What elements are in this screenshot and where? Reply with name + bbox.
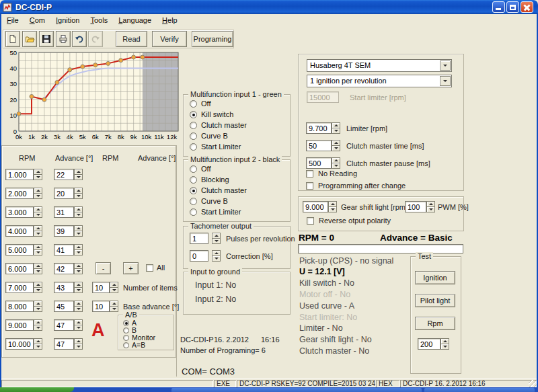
spin-up-button[interactable]: [34, 282, 42, 288]
spin-up-button[interactable]: [110, 301, 118, 307]
spin-down-button[interactable]: [34, 231, 42, 237]
remove-row-button[interactable]: -: [95, 262, 111, 274]
advance-input[interactable]: 43: [54, 282, 74, 293]
spin-down-button[interactable]: [74, 325, 83, 331]
spin-down-button[interactable]: [34, 250, 42, 256]
spin-down-button[interactable]: [34, 194, 42, 199]
mf2-radio-off[interactable]: Off: [190, 165, 210, 173]
rpm-input[interactable]: 5.000: [5, 244, 34, 256]
spin-up-button[interactable]: [34, 206, 42, 212]
spin-down-button[interactable]: [74, 344, 83, 350]
rpm-input[interactable]: 7.000: [5, 282, 34, 293]
correction-input[interactable]: 0: [190, 250, 208, 262]
reverse-polarity-checkbox[interactable]: [307, 217, 314, 225]
spin-up-button[interactable]: [34, 319, 42, 325]
spin-down-button[interactable]: [426, 207, 435, 212]
spin-up-button[interactable]: [34, 244, 42, 250]
new-file-button[interactable]: [5, 31, 20, 47]
advance-input[interactable]: 39: [54, 225, 74, 237]
pwm-input[interactable]: 100: [405, 201, 426, 212]
spin-up-button[interactable]: [110, 282, 118, 288]
advance-input[interactable]: 47: [54, 338, 74, 350]
spin-up-button[interactable]: [426, 201, 435, 207]
radio-a-equals-b[interactable]: A=B: [123, 341, 145, 349]
mf2-radio-start-limiter[interactable]: Start Limiter: [190, 208, 241, 216]
spin-up-button[interactable]: [34, 301, 42, 307]
menu-language[interactable]: Language: [113, 15, 157, 26]
spin-down-button[interactable]: [34, 269, 42, 274]
rpm-input[interactable]: 9.000: [5, 319, 34, 331]
advance-input[interactable]: 31: [54, 206, 74, 218]
spin-down-button[interactable]: [74, 175, 83, 180]
chevron-down-icon[interactable]: [440, 76, 451, 86]
spin-up-button[interactable]: [74, 338, 83, 344]
spin-up-button[interactable]: [74, 169, 83, 175]
no-reading-checkbox[interactable]: [306, 170, 313, 178]
spin-down-button[interactable]: [74, 269, 83, 274]
rpm-input[interactable]: 10.000: [5, 338, 34, 350]
advance-input[interactable]: 45: [54, 301, 74, 312]
menu-tools[interactable]: Tools: [85, 15, 113, 26]
mf1-radio-start-limiter[interactable]: Start Limiter: [190, 143, 241, 151]
spin-up-button[interactable]: [74, 301, 83, 307]
redo-button[interactable]: [88, 31, 103, 47]
spin-down-button[interactable]: [328, 207, 337, 212]
spin-down-button[interactable]: [74, 194, 83, 199]
spin-down-button[interactable]: [34, 325, 42, 331]
mf1-radio-curve-b[interactable]: Curve B: [190, 132, 228, 140]
advance-input[interactable]: 41: [54, 244, 74, 256]
spin-up-button[interactable]: [34, 169, 42, 175]
mf2-radio-clutch-master[interactable]: Clutch master: [190, 186, 247, 194]
spin-up-button[interactable]: [74, 244, 83, 250]
rpm-input[interactable]: 8.000: [5, 301, 34, 312]
clutch-pause-input[interactable]: 500: [306, 157, 332, 169]
gear-shift-input[interactable]: 9.000: [303, 201, 328, 212]
ignition-mode-combobox[interactable]: 1 ignition per revolution: [307, 75, 452, 87]
read-button[interactable]: Read: [116, 31, 147, 47]
spin-up-button[interactable]: [212, 250, 221, 256]
menu-file[interactable]: File: [1, 15, 24, 26]
save-button[interactable]: [39, 31, 54, 47]
spin-down-button[interactable]: [212, 256, 221, 262]
mf1-radio-clutch-master[interactable]: Clutch master: [190, 121, 247, 129]
chevron-down-icon[interactable]: [440, 61, 451, 71]
test-pilot-light-button[interactable]: Pilot light: [415, 294, 455, 307]
print-button[interactable]: [56, 31, 71, 47]
number-of-items-input[interactable]: 10: [92, 282, 110, 293]
limiter-input[interactable]: 9.700: [306, 122, 332, 134]
add-row-button[interactable]: +: [123, 262, 139, 274]
spin-up-button[interactable]: [34, 225, 42, 231]
taskbar-window-button[interactable]: [171, 388, 422, 392]
undo-button[interactable]: [72, 31, 87, 47]
rpm-input[interactable]: 1.000: [5, 169, 34, 180]
close-button[interactable]: [521, 1, 533, 13]
spin-down-button[interactable]: [34, 288, 42, 293]
spin-up-button[interactable]: [332, 122, 340, 128]
clutch-time-input[interactable]: 50: [306, 140, 332, 151]
start-button[interactable]: [0, 387, 74, 392]
spin-down-button[interactable]: [332, 146, 340, 151]
advance-input[interactable]: 47: [54, 319, 74, 331]
spin-down-button[interactable]: [74, 307, 83, 312]
mf2-radio-blocking[interactable]: Blocking: [190, 175, 229, 184]
spin-down-button[interactable]: [110, 307, 118, 312]
spin-down-button[interactable]: [440, 344, 449, 350]
spin-down-button[interactable]: [212, 239, 221, 244]
spin-up-button[interactable]: [34, 338, 42, 344]
spin-up-button[interactable]: [74, 282, 83, 288]
spin-up-button[interactable]: [74, 206, 83, 212]
mf1-radio-kill-switch[interactable]: Kill switch: [190, 110, 233, 118]
pulses-input[interactable]: 1: [190, 233, 208, 244]
spin-down-button[interactable]: [74, 288, 83, 293]
spin-up-button[interactable]: [212, 233, 221, 239]
model-combobox[interactable]: Husaberg 4T SEM: [307, 59, 452, 72]
start-limiter-input[interactable]: 15000: [307, 91, 339, 103]
spin-down-button[interactable]: [110, 288, 118, 293]
programing-button[interactable]: Programing: [192, 31, 233, 47]
mf1-radio-off[interactable]: Off: [190, 100, 210, 108]
spin-up-button[interactable]: [34, 188, 42, 194]
spin-up-button[interactable]: [74, 263, 83, 269]
spin-up-button[interactable]: [332, 140, 340, 146]
open-file-button[interactable]: [22, 31, 37, 47]
spin-up-button[interactable]: [74, 188, 83, 194]
